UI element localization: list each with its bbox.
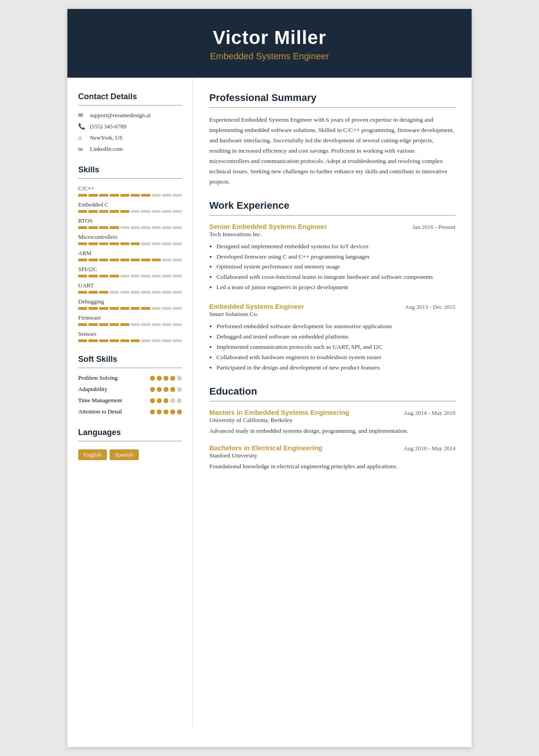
resume-body: Contact Details ✉ support@resumedesign.a… bbox=[67, 78, 472, 729]
skill-bar-filled bbox=[131, 194, 140, 197]
skill-bar-filled bbox=[88, 226, 97, 229]
skill-bar-empty bbox=[173, 323, 182, 326]
education-degree: Bachelors in Electrical Engineering bbox=[209, 444, 323, 452]
skill-bar-filled bbox=[131, 259, 140, 261]
education-description: Foundational knowledge in electrical eng… bbox=[209, 462, 455, 471]
skill-bar-filled bbox=[110, 323, 119, 326]
skill-bar-filled bbox=[99, 210, 108, 213]
skill-bar-empty bbox=[152, 323, 161, 326]
skill-name: Firmware bbox=[78, 314, 182, 321]
skill-name: Debugging bbox=[78, 298, 182, 305]
skill-bar-empty bbox=[162, 242, 171, 245]
skill-bar bbox=[78, 323, 182, 326]
dot-filled bbox=[150, 387, 155, 392]
job-company: Smart Solutions Co. bbox=[209, 311, 455, 318]
skill-bar-filled bbox=[152, 259, 161, 261]
dot-empty bbox=[170, 398, 175, 403]
skill-item: SPI/I2C bbox=[78, 266, 182, 277]
skill-bar-filled bbox=[99, 226, 108, 229]
dot-filled bbox=[163, 376, 168, 381]
soft-skills-list: Problem SolvingAdaptabilityTime Manageme… bbox=[78, 374, 182, 415]
job-item: Embedded Systems EngineerAug 2013 - Dec … bbox=[209, 303, 455, 373]
dot-empty bbox=[177, 376, 182, 381]
skill-bar-empty bbox=[162, 194, 171, 197]
dot-filled bbox=[170, 376, 175, 381]
skill-bar-filled bbox=[88, 259, 97, 261]
skill-bar-empty bbox=[173, 242, 182, 245]
skill-bar-filled bbox=[120, 323, 129, 326]
skill-bar-empty bbox=[141, 291, 150, 294]
skill-bar-filled bbox=[120, 242, 129, 245]
skill-item: Sensors bbox=[78, 330, 182, 342]
skill-item: Microcontrollers bbox=[78, 233, 182, 245]
skill-bar-empty bbox=[162, 323, 171, 326]
skill-bar-filled bbox=[99, 194, 108, 197]
contact-location: ⌂ NewYork, US bbox=[78, 134, 182, 141]
skill-bar-filled bbox=[88, 291, 97, 294]
soft-skills-section: Soft Skills Problem SolvingAdaptabilityT… bbox=[78, 355, 182, 415]
skill-bar-filled bbox=[78, 275, 87, 277]
dot-filled bbox=[157, 387, 162, 392]
sidebar: Contact Details ✉ support@resumedesign.a… bbox=[67, 78, 193, 729]
job-header: Senior Embedded Systems EngineerJan 2016… bbox=[209, 223, 455, 231]
skill-bar-filled bbox=[88, 210, 97, 213]
skill-bar-empty bbox=[131, 323, 140, 326]
skill-bar-filled bbox=[99, 242, 108, 245]
soft-skill-name: Problem Solving bbox=[78, 374, 118, 382]
job-title: Senior Embedded Systems Engineer bbox=[209, 223, 327, 230]
job-company: Tech Innovations Inc. bbox=[209, 231, 455, 238]
dot-filled bbox=[163, 387, 168, 392]
skill-bar-filled bbox=[120, 339, 129, 342]
linkedin-icon: in bbox=[78, 145, 86, 153]
skill-bar-empty bbox=[152, 194, 161, 197]
skill-bar bbox=[78, 291, 182, 294]
skill-bar-filled bbox=[78, 307, 87, 310]
languages-list: EnglishSpanish bbox=[78, 448, 182, 460]
jobs-list: Senior Embedded Systems EngineerJan 2016… bbox=[209, 223, 455, 373]
dot-filled bbox=[163, 398, 168, 403]
dot-filled bbox=[170, 387, 175, 392]
job-bullets: Designed and implemented embedded system… bbox=[209, 242, 455, 293]
job-bullets: Performed embedded software development … bbox=[209, 321, 455, 373]
soft-skill-dots bbox=[150, 387, 182, 392]
skills-title: Skills bbox=[78, 165, 182, 175]
skill-bar-filled bbox=[88, 194, 97, 197]
skill-bar-empty bbox=[141, 210, 150, 213]
skill-bar-filled bbox=[99, 291, 108, 294]
skill-bar-empty bbox=[162, 291, 171, 294]
skill-bar bbox=[78, 194, 182, 197]
skill-bar-empty bbox=[141, 242, 150, 245]
soft-skill-item: Problem Solving bbox=[78, 374, 182, 382]
languages-section: Languages EnglishSpanish bbox=[78, 428, 182, 460]
skill-bar-filled bbox=[78, 339, 87, 342]
skill-bar-filled bbox=[99, 339, 108, 342]
skill-bar-empty bbox=[152, 291, 161, 294]
skill-bar-filled bbox=[141, 259, 150, 261]
skill-bar-filled bbox=[78, 194, 87, 197]
education-school: Stanford University bbox=[209, 452, 455, 459]
education-school: University of California, Berkeley bbox=[209, 417, 455, 424]
job-dates: Aug 2013 - Dec 2015 bbox=[405, 303, 455, 311]
skill-bar-filled bbox=[88, 307, 97, 310]
education-item: Masters in Embedded Systems EngineeringA… bbox=[209, 409, 455, 436]
job-header: Embedded Systems EngineerAug 2013 - Dec … bbox=[209, 303, 455, 311]
job-bullet: Implemented communication protocols such… bbox=[216, 342, 455, 352]
soft-skills-divider bbox=[78, 368, 182, 368]
soft-skill-name: Time Management bbox=[78, 397, 122, 404]
languages-title: Languages bbox=[78, 428, 182, 437]
skill-bar-empty bbox=[152, 307, 161, 310]
soft-skill-item: Time Management bbox=[78, 397, 182, 404]
resume-container: Victor Miller Embedded Systems Engineer … bbox=[67, 9, 472, 747]
contact-email: ✉ support@resumedesign.ai bbox=[78, 112, 182, 119]
education-degree: Masters in Embedded Systems Engineering bbox=[209, 409, 349, 416]
resume-header: Victor Miller Embedded Systems Engineer bbox=[67, 9, 472, 78]
soft-skill-name: Attention to Detail bbox=[78, 408, 122, 415]
skill-bar-empty bbox=[110, 291, 119, 294]
dot-empty bbox=[177, 398, 182, 403]
skill-bar-empty bbox=[131, 226, 140, 229]
education-dates: Aug 2010 - May 2014 bbox=[403, 445, 455, 452]
dot-filled bbox=[157, 398, 162, 403]
skill-bar-filled bbox=[78, 226, 87, 229]
contact-title: Contact Details bbox=[78, 92, 182, 101]
skill-bar-empty bbox=[162, 275, 171, 277]
